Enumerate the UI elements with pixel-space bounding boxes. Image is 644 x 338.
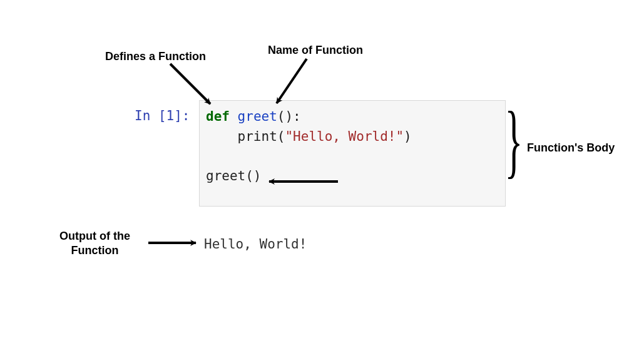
label-output-of-function: Output of the Function: [59, 229, 130, 259]
cell-output: Hello, World!: [204, 237, 307, 252]
call-parens: (): [245, 168, 261, 183]
code-line-3: [206, 146, 505, 166]
string-literal: "Hello, World!": [285, 129, 404, 144]
cell-prompt: In [1]:: [135, 108, 190, 123]
open-paren: (: [277, 129, 285, 144]
code-line-2: print("Hello, World!"): [206, 127, 505, 147]
keyword-def: def: [206, 109, 230, 124]
code-line-4: greet(): [206, 166, 505, 187]
svg-line-0: [170, 64, 210, 104]
label-name-of-function: Name of Function: [268, 43, 363, 58]
close-paren: ): [404, 129, 412, 144]
def-parens: ():: [277, 109, 301, 124]
svg-line-1: [277, 59, 307, 103]
function-name: greet: [238, 109, 277, 124]
code-cell[interactable]: def greet(): print("Hello, World!") gree…: [199, 100, 506, 207]
print-call: print: [238, 129, 277, 144]
label-defines-function: Defines a Function: [105, 49, 206, 64]
label-functions-body: Function's Body: [527, 141, 615, 155]
code-line-1: def greet():: [206, 107, 505, 127]
brace-icon: }: [504, 99, 523, 182]
greet-call: greet: [206, 168, 245, 183]
